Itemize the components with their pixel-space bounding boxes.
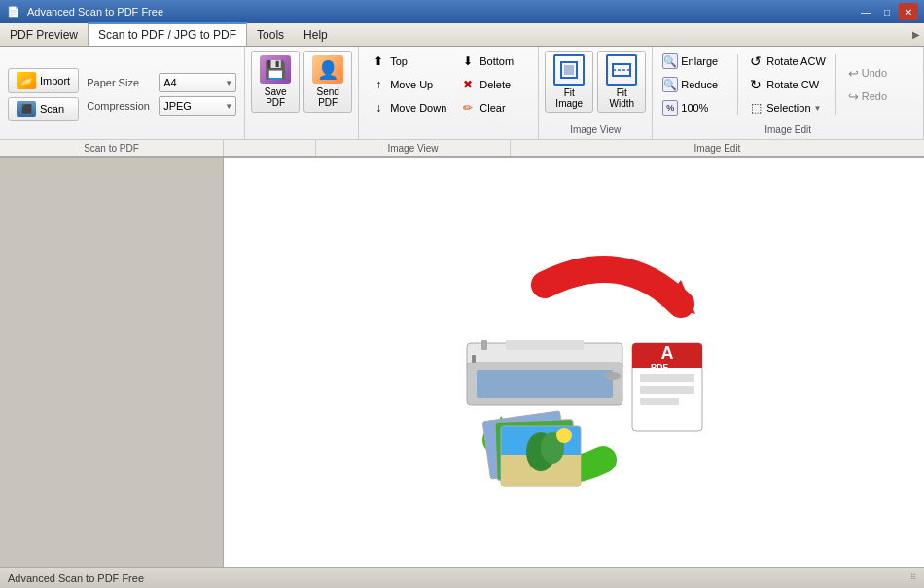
selection-label: Selection	[766, 102, 810, 114]
selection-button[interactable]: ⬚ Selection ▼	[744, 97, 830, 119]
svg-rect-16	[640, 386, 694, 394]
menu-bar: PDF Preview Scan to PDF / JPG to PDF Too…	[0, 23, 924, 47]
import-label: Import	[40, 75, 70, 86]
percentage-icon: %	[662, 100, 678, 116]
fit-image-button[interactable]: Fit Image	[545, 51, 593, 113]
compression-label: Compression	[87, 100, 155, 112]
svg-rect-1	[564, 65, 574, 75]
nav-commands-left: ⬆ Top ↑ Move Up ↓ Move Down	[365, 51, 452, 119]
rotate-cw-label: Rotate CW	[766, 79, 819, 90]
send-pdf-button[interactable]: 👤 Send PDF	[303, 51, 352, 113]
scan-label: Scan	[40, 103, 64, 115]
edit-row-1: 🔍 Enlarge 🔍 Reduce % 100%	[658, 51, 893, 119]
ribbon: 📂 Import ⬛ Scan Paper Size A4 Letter A3	[0, 47, 924, 158]
enlarge-button[interactable]: 🔍 Enlarge	[658, 51, 731, 72]
svg-point-9	[605, 372, 621, 380]
undo-label: Undo	[862, 67, 887, 79]
divider-1	[737, 54, 738, 115]
scan-button[interactable]: ⬛ Scan	[8, 97, 79, 121]
save-pdf-button[interactable]: 💾 Save PDF	[251, 51, 300, 113]
image-edit-section-label-bottom: Image Edit	[511, 140, 924, 156]
svg-rect-8	[472, 355, 476, 363]
move-up-icon: ↑	[371, 77, 386, 92]
svg-rect-11	[506, 340, 584, 350]
resize-grip[interactable]: ⠿	[910, 573, 916, 582]
paper-settings-group: Paper Size A4 Letter A3 Compression JPEG	[87, 51, 236, 137]
rotate-column: ↺ Rotate ACW ↻ Rotate CW ⬚ Selection ▼	[744, 51, 830, 119]
status-bar: Advanced Scan to PDF Free ⠿	[0, 567, 924, 588]
svg-rect-10	[481, 340, 487, 350]
move-down-label: Move Down	[390, 102, 446, 114]
paper-size-select[interactable]: A4 Letter A3	[159, 73, 236, 92]
top-label: Top	[390, 55, 408, 67]
compression-wrapper: JPEG PNG TIFF	[159, 96, 236, 116]
undo-button[interactable]: ↩ Undo	[842, 62, 893, 84]
svg-rect-15	[640, 374, 694, 382]
ribbon-scroll-arrow[interactable]: ▶	[908, 23, 924, 46]
app-icon: 📄	[6, 4, 21, 19]
delete-button[interactable]: ✖ Delete	[454, 74, 532, 95]
undo-redo-column: ↩ Undo ↪ Redo	[842, 62, 893, 107]
send-pdf-icon: 👤	[312, 55, 343, 84]
scan-icon: ⬛	[17, 101, 36, 117]
ribbon-labels-bar: Scan to PDF Image View Image Edit	[0, 139, 924, 156]
selection-dropdown-icon: ▼	[814, 104, 822, 113]
top-button[interactable]: ⬆ Top	[365, 51, 452, 72]
magnify-column: 🔍 Enlarge 🔍 Reduce % 100%	[658, 51, 731, 119]
scan-buttons-group: 📂 Import ⬛ Scan	[8, 51, 79, 137]
paper-size-row: Paper Size A4 Letter A3	[87, 73, 236, 92]
delete-label: Delete	[480, 79, 511, 90]
svg-text:A: A	[661, 343, 674, 363]
divider-2	[835, 54, 836, 115]
image-edit-label: Image Edit	[658, 122, 917, 137]
close-button[interactable]: ✕	[899, 3, 918, 20]
fit-width-button[interactable]: Fit Width	[597, 51, 646, 113]
compression-row: Compression JPEG PNG TIFF	[87, 96, 236, 116]
save-send-section: 💾 Save PDF 👤 Send PDF	[245, 47, 359, 139]
tab-pdf-preview[interactable]: PDF Preview	[0, 23, 88, 46]
clear-button[interactable]: ✏ Clear	[454, 97, 532, 119]
tab-tools[interactable]: Tools	[247, 23, 294, 46]
percentage-button[interactable]: % 100%	[658, 97, 731, 119]
title-controls: — □ ✕	[856, 3, 918, 20]
move-down-button[interactable]: ↓ Move Down	[365, 97, 452, 119]
redo-label: Redo	[862, 90, 887, 102]
tab-help[interactable]: Help	[294, 23, 338, 46]
bottom-button[interactable]: ⬇ Bottom	[454, 51, 532, 72]
clear-icon: ✏	[460, 100, 476, 116]
scan-to-pdf-section: 📂 Import ⬛ Scan Paper Size A4 Letter A3	[0, 47, 245, 139]
fit-width-icon	[606, 54, 637, 86]
illustration-svg: A PDF	[409, 226, 739, 499]
paper-size-label: Paper Size	[87, 77, 155, 88]
tab-scan-to-pdf[interactable]: Scan to PDF / JPG to PDF	[88, 22, 247, 46]
maximize-button[interactable]: □	[877, 3, 897, 20]
empty-section-label	[224, 140, 316, 156]
selection-icon: ⬚	[748, 100, 764, 116]
minimize-button[interactable]: —	[856, 3, 875, 20]
image-view-label: Image View	[545, 122, 646, 137]
import-icon: 📂	[17, 72, 36, 89]
save-pdf-label: Save PDF	[265, 86, 287, 108]
svg-rect-7	[477, 370, 613, 398]
send-pdf-label: Send PDF	[317, 86, 339, 108]
image-edit-section: 🔍 Enlarge 🔍 Reduce % 100%	[653, 47, 924, 139]
import-button[interactable]: 📂 Import	[8, 68, 79, 93]
move-up-button[interactable]: ↑ Move Up	[365, 74, 452, 95]
rotate-acw-button[interactable]: ↺ Rotate ACW	[744, 51, 830, 72]
main-content: A PDF	[0, 158, 924, 567]
redo-icon: ↪	[848, 89, 859, 104]
compression-select[interactable]: JPEG PNG TIFF	[159, 96, 236, 116]
left-panel	[0, 158, 224, 567]
rotate-acw-icon: ↺	[748, 53, 764, 69]
fit-image-label: Fit Image	[555, 87, 583, 109]
image-view-section-label-bottom: Image View	[316, 140, 511, 156]
svg-rect-17	[640, 398, 679, 405]
svg-point-27	[556, 428, 572, 443]
fit-width-label: Fit Width	[609, 87, 634, 109]
move-up-label: Move Up	[390, 79, 433, 90]
reduce-button[interactable]: 🔍 Reduce	[658, 74, 731, 95]
enlarge-label: Enlarge	[681, 55, 718, 67]
rotate-cw-button[interactable]: ↻ Rotate CW	[744, 74, 830, 95]
save-pdf-icon: 💾	[260, 55, 291, 84]
redo-button[interactable]: ↪ Redo	[842, 86, 893, 107]
